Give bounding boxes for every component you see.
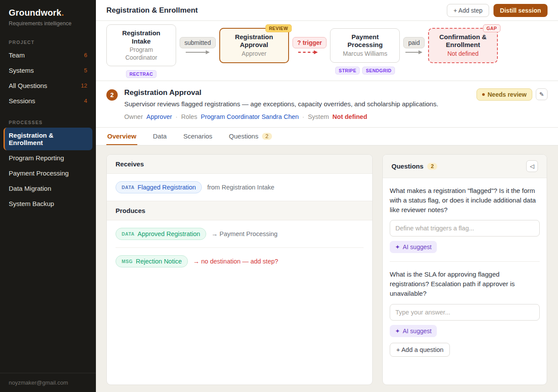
flow-step-title: Registration Approval xyxy=(226,33,282,50)
connector-label: submitted xyxy=(180,37,216,48)
flow-connector-submitted: submitted xyxy=(180,37,216,55)
pill-label: Rejection Notice xyxy=(136,258,182,265)
sidebar-item-count: 5 xyxy=(84,67,87,74)
flow-arrow-dashed-icon xyxy=(296,50,323,55)
ai-suggest-button[interactable]: ✦ AI suggest xyxy=(390,325,437,337)
detail-tabs: Overview Data Scenarios Questions 2 xyxy=(96,128,558,145)
sidebar-item-data-migration[interactable]: Data Migration xyxy=(3,181,92,196)
step-number-badge: 2 xyxy=(106,89,118,101)
step-detail-title: Registration Approval xyxy=(124,88,438,97)
collapse-panel-button[interactable]: ◁ xyxy=(526,160,538,172)
add-question-button[interactable]: + Add a question xyxy=(390,343,450,357)
flow-step-registration-approval[interactable]: REVIEW Registration Approval Approver xyxy=(219,28,289,75)
questions-card: Questions 2 ◁ What makes a registration … xyxy=(382,154,547,385)
io-card: Receives DATA Flagged Registration from … xyxy=(106,154,373,385)
sidebar-item-count: 4 xyxy=(84,98,87,104)
sidebar-item-label: Team xyxy=(9,51,25,59)
tab-overview[interactable]: Overview xyxy=(106,128,137,145)
flow-step-owner: Not defined xyxy=(435,50,491,58)
sidebar-item-label: Sessions xyxy=(9,97,35,105)
sidebar-item-all-questions[interactable]: All Questions 12 xyxy=(3,78,92,93)
step-detail-description: Supervisor reviews flagged registrations… xyxy=(124,100,438,108)
tab-scenarios[interactable]: Scenarios xyxy=(182,128,213,145)
questions-header-label: Questions xyxy=(391,162,423,170)
needs-review-badge: Needs review xyxy=(476,88,533,101)
roles-value-link[interactable]: Program Coordinator Sandra Chen xyxy=(201,113,299,120)
flow-step-title: Payment Processing xyxy=(337,33,393,50)
sidebar: Groundwork. Requirements intelligence PR… xyxy=(0,0,96,392)
overview-content: Receives DATA Flagged Registration from … xyxy=(96,145,558,392)
app-tagline: Requirements intelligence xyxy=(9,20,87,27)
pill-type-tag: DATA xyxy=(122,231,135,237)
no-destination-warning[interactable]: → no destination — add step? xyxy=(193,258,278,265)
produces-header: Produces xyxy=(107,201,372,220)
answer-input[interactable] xyxy=(390,304,540,321)
pill-label: Approved Registration xyxy=(138,230,200,237)
sidebar-item-registration-enrollment[interactable]: Registration & Enrollment xyxy=(3,128,92,150)
receives-source-note: from Registration Intake xyxy=(207,184,274,191)
ai-suggest-button[interactable]: ✦ AI suggest xyxy=(390,241,437,253)
flow-step-owner: Program Coordinator xyxy=(113,46,170,61)
flow-step-owner: Approver xyxy=(226,50,282,58)
system-badge: STRIPE xyxy=(335,67,360,74)
processes-section-label: PROCESSES xyxy=(9,120,87,125)
pill-type-tag: MSG xyxy=(122,259,133,264)
flow-step-owner: Marcus Williams xyxy=(337,50,393,58)
edit-step-button[interactable]: ✎ xyxy=(536,88,548,100)
process-flow: Registration Intake Program Coordinator … xyxy=(96,21,558,81)
receives-header: Receives xyxy=(107,155,372,174)
sidebar-item-label: Systems xyxy=(9,67,34,74)
sidebar-item-system-backup[interactable]: System Backup xyxy=(3,196,92,211)
sidebar-item-count: 12 xyxy=(81,82,87,89)
flow-arrow-icon xyxy=(183,50,212,55)
tab-data[interactable]: Data xyxy=(152,128,168,145)
user-email: noyzmaker@gmail.com xyxy=(0,373,96,392)
sidebar-item-payment-processing[interactable]: Payment Processing xyxy=(3,166,92,181)
produces-row: DATA Approved Registration → Payment Pro… xyxy=(107,220,372,247)
produces-row: MSG Rejection Notice → no destination — … xyxy=(107,248,372,275)
ai-suggest-label: AI suggest xyxy=(403,328,432,335)
distill-session-button[interactable]: Distill session xyxy=(493,4,548,17)
sidebar-item-sessions[interactable]: Sessions 4 xyxy=(3,93,92,108)
flow-connector-paid: paid xyxy=(403,37,424,55)
pill-label: Flagged Registration xyxy=(138,184,196,191)
tab-label: Scenarios xyxy=(183,132,212,140)
owner-label: Owner xyxy=(124,113,143,120)
msg-pill-rejection-notice[interactable]: MSG Rejection Notice xyxy=(116,255,188,267)
connector-label: paid xyxy=(403,37,424,48)
flow-step-payment-processing[interactable]: Payment Processing Marcus Williams STRIP… xyxy=(330,28,400,74)
sidebar-item-label: All Questions xyxy=(9,82,47,89)
sidebar-item-systems[interactable]: Systems 5 xyxy=(3,63,92,78)
sidebar-item-label: Payment Processing xyxy=(9,169,69,177)
flow-step-confirmation-enrollment[interactable]: GAP Confirmation & Enrollment Not define… xyxy=(428,28,498,75)
owner-value-link[interactable]: Approver xyxy=(146,113,172,120)
meta-separator: · xyxy=(302,113,304,120)
data-pill-approved-registration[interactable]: DATA Approved Registration xyxy=(116,228,206,240)
flow-arrow-icon xyxy=(404,50,425,55)
meta-separator: · xyxy=(176,113,178,120)
system-badge: SENDGRID xyxy=(362,67,395,74)
sidebar-item-program-reporting[interactable]: Program Reporting xyxy=(3,150,92,166)
flow-step-title: Registration Intake xyxy=(113,29,170,46)
system-value: Not defined xyxy=(333,113,367,120)
tab-label: Overview xyxy=(107,132,136,140)
sidebar-item-team[interactable]: Team 6 xyxy=(3,47,92,63)
tab-label: Questions xyxy=(229,132,259,140)
flow-step-registration-intake[interactable]: Registration Intake Program Coordinator … xyxy=(106,24,176,78)
data-pill-flagged-registration[interactable]: DATA Flagged Registration xyxy=(116,181,202,193)
project-section-label: PROJECT xyxy=(9,40,87,45)
gap-badge: GAP xyxy=(483,24,500,32)
roles-label: Roles xyxy=(181,113,197,120)
page-title: Registration & Enrollment xyxy=(106,6,198,15)
step-detail-header: 2 Registration Approval Supervisor revie… xyxy=(96,81,558,128)
sidebar-item-label: Program Reporting xyxy=(9,154,64,162)
sparkle-icon: ✦ xyxy=(395,328,400,335)
add-step-button[interactable]: + Add step xyxy=(447,4,489,17)
tab-questions[interactable]: Questions 2 xyxy=(228,128,273,145)
connector-label: ? trigger xyxy=(293,37,327,48)
answer-input[interactable] xyxy=(390,220,540,237)
receives-row: DATA Flagged Registration from Registrat… xyxy=(107,174,372,201)
status-badge-label: Needs review xyxy=(488,91,527,98)
system-label: System xyxy=(308,113,329,120)
status-dot-icon xyxy=(482,93,485,96)
